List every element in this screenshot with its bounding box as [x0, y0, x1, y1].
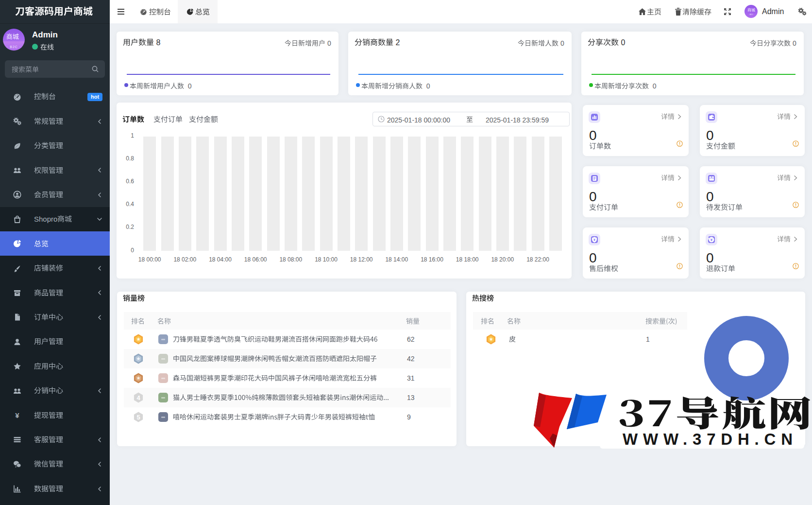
- svg-text:¥: ¥: [710, 238, 713, 242]
- svg-text:5: 5: [136, 414, 140, 421]
- svg-text:¥: ¥: [593, 238, 595, 242]
- svg-text:¥: ¥: [15, 411, 19, 419]
- svg-text:4: 4: [136, 394, 140, 401]
